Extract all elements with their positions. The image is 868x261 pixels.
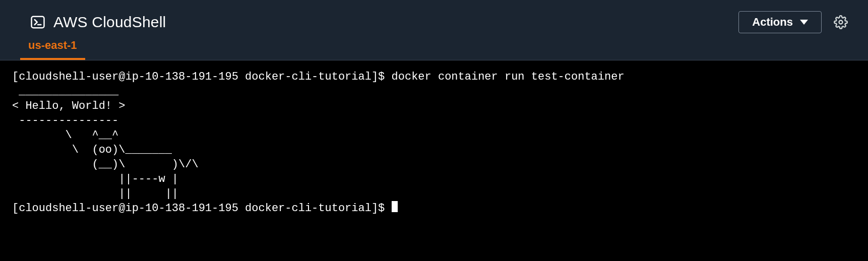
- cursor: [392, 201, 398, 212]
- tab-bar: us-east-1: [0, 35, 868, 60]
- gear-icon[interactable]: [834, 15, 848, 29]
- svg-point-2: [839, 21, 843, 24]
- page-title: AWS CloudShell: [53, 14, 166, 31]
- prompt: [cloudshell-user@ip-10-138-191-195 docke…: [12, 202, 392, 215]
- command-output: _______________ < Hello, World! > ------…: [12, 85, 199, 200]
- title-group: AWS CloudShell: [30, 14, 166, 31]
- terminal-icon: [30, 15, 45, 30]
- header-bar: AWS CloudShell Actions: [0, 0, 868, 35]
- terminal-output[interactable]: [cloudshell-user@ip-10-138-191-195 docke…: [0, 60, 868, 261]
- chevron-down-icon: [800, 20, 808, 25]
- prompt: [cloudshell-user@ip-10-138-191-195 docke…: [12, 71, 392, 83]
- command: docker container run test-container: [392, 71, 625, 83]
- tab-region[interactable]: us-east-1: [20, 34, 85, 60]
- header-actions: Actions: [738, 11, 848, 33]
- actions-button[interactable]: Actions: [738, 11, 822, 33]
- actions-button-label: Actions: [752, 16, 793, 29]
